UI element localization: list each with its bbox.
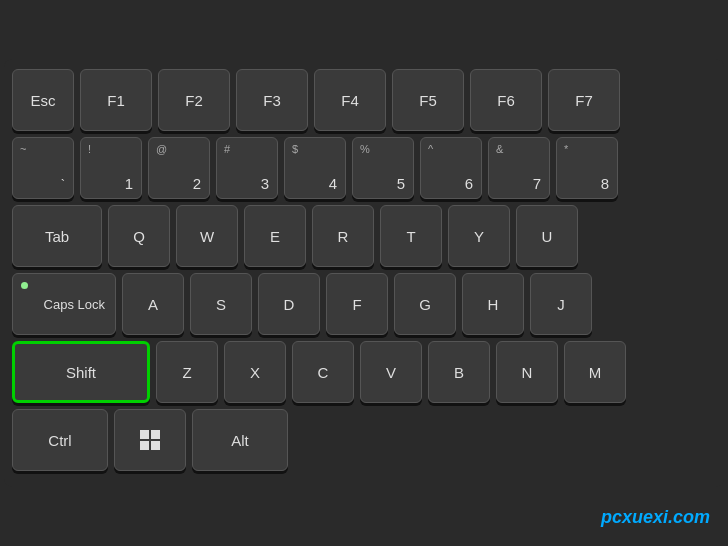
key-v[interactable]: V	[360, 341, 422, 403]
caps-lock-indicator	[21, 282, 28, 289]
key-1[interactable]: ! 1	[80, 137, 142, 199]
key-tab[interactable]: Tab	[12, 205, 102, 267]
key-j[interactable]: J	[530, 273, 592, 335]
key-win[interactable]	[114, 409, 186, 471]
watermark: pcxuexi.com	[601, 507, 710, 528]
key-ctrl[interactable]: Ctrl	[12, 409, 108, 471]
key-8[interactable]: * 8	[556, 137, 618, 199]
keyboard: Esc F1 F2 F3 F4 F5 F6 F7 ~ ` ! 1 @ 2	[4, 59, 724, 487]
svg-rect-1	[151, 430, 160, 439]
windows-icon	[139, 429, 161, 451]
key-q[interactable]: Q	[108, 205, 170, 267]
keyboard-wrapper: Esc F1 F2 F3 F4 F5 F6 F7 ~ ` ! 1 @ 2	[0, 0, 728, 546]
key-u[interactable]: U	[516, 205, 578, 267]
key-x[interactable]: X	[224, 341, 286, 403]
key-f2[interactable]: F2	[158, 69, 230, 131]
key-f6[interactable]: F6	[470, 69, 542, 131]
key-5[interactable]: % 5	[352, 137, 414, 199]
key-f3[interactable]: F3	[236, 69, 308, 131]
key-m[interactable]: M	[564, 341, 626, 403]
key-f[interactable]: F	[326, 273, 388, 335]
key-s[interactable]: S	[190, 273, 252, 335]
key-esc[interactable]: Esc	[12, 69, 74, 131]
key-3[interactable]: # 3	[216, 137, 278, 199]
zxcv-row: Shift Z X C V B N M	[12, 341, 716, 403]
key-t[interactable]: T	[380, 205, 442, 267]
key-shift[interactable]: Shift	[12, 341, 150, 403]
number-row: ~ ` ! 1 @ 2 # 3 $ 4 % 5	[12, 137, 716, 199]
key-z[interactable]: Z	[156, 341, 218, 403]
svg-rect-3	[151, 441, 160, 450]
key-a[interactable]: A	[122, 273, 184, 335]
key-h[interactable]: H	[462, 273, 524, 335]
key-c[interactable]: C	[292, 341, 354, 403]
key-w[interactable]: W	[176, 205, 238, 267]
ctrl-row: Ctrl Alt	[12, 409, 716, 471]
asdf-row: Caps Lock A S D F G H J	[12, 273, 716, 335]
key-g[interactable]: G	[394, 273, 456, 335]
fn-row: Esc F1 F2 F3 F4 F5 F6 F7	[12, 69, 716, 131]
key-f7[interactable]: F7	[548, 69, 620, 131]
key-tilde[interactable]: ~ `	[12, 137, 74, 199]
key-e[interactable]: E	[244, 205, 306, 267]
key-f1[interactable]: F1	[80, 69, 152, 131]
key-6[interactable]: ^ 6	[420, 137, 482, 199]
key-2[interactable]: @ 2	[148, 137, 210, 199]
svg-rect-2	[140, 441, 149, 450]
key-7[interactable]: & 7	[488, 137, 550, 199]
key-r[interactable]: R	[312, 205, 374, 267]
key-alt[interactable]: Alt	[192, 409, 288, 471]
key-d[interactable]: D	[258, 273, 320, 335]
key-4[interactable]: $ 4	[284, 137, 346, 199]
key-f5[interactable]: F5	[392, 69, 464, 131]
qwerty-row: Tab Q W E R T Y U	[12, 205, 716, 267]
svg-rect-0	[140, 430, 149, 439]
key-capslock[interactable]: Caps Lock	[12, 273, 116, 335]
key-n[interactable]: N	[496, 341, 558, 403]
key-b[interactable]: B	[428, 341, 490, 403]
key-y[interactable]: Y	[448, 205, 510, 267]
key-f4[interactable]: F4	[314, 69, 386, 131]
